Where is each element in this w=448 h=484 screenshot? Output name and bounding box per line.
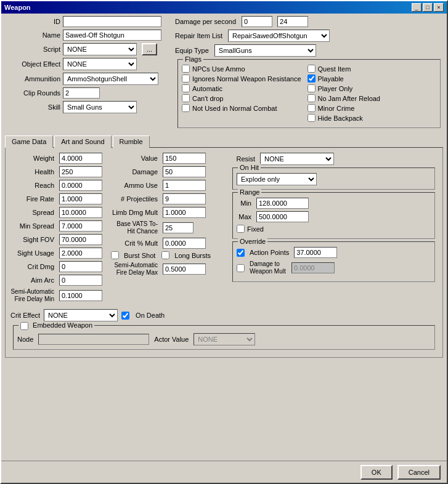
projectiles-label: # Projectiles [111, 195, 160, 203]
minor-crime-row: Minor Crime [307, 104, 381, 112]
ok-button[interactable]: OK [360, 465, 393, 480]
ammo-use-input[interactable] [163, 180, 206, 191]
min-spread-row: Min Spread [10, 220, 106, 232]
cant-drop-row: Can't drop [182, 94, 301, 102]
minimize-button[interactable]: _ [412, 3, 422, 12]
not-normal-combat-checkbox[interactable] [182, 104, 190, 112]
npcs-use-ammo-checkbox[interactable] [182, 65, 190, 73]
min-spread-input[interactable] [59, 220, 102, 232]
not-normal-combat-label: Not Used in Normal Combat [192, 105, 277, 112]
resist-select[interactable]: NONE [260, 153, 334, 165]
quest-item-label: Quest Item [318, 65, 351, 73]
maximize-button[interactable]: □ [423, 3, 433, 12]
action-points-input[interactable] [294, 247, 337, 258]
projectiles-input[interactable] [163, 193, 206, 204]
node-input[interactable] [38, 334, 149, 345]
value-label: Value [111, 155, 160, 162]
on-death-checkbox[interactable] [121, 312, 129, 320]
not-normal-combat-row: Not Used in Normal Combat [182, 104, 301, 112]
clip-rounds-input[interactable] [63, 87, 100, 99]
sight-usage-input[interactable] [59, 248, 102, 259]
embedded-weapon-checkbox[interactable] [20, 322, 28, 330]
object-effect-select[interactable]: NONE [63, 58, 137, 70]
automatic-checkbox[interactable] [182, 84, 190, 92]
crit-pct-row: Crit % Mult [111, 238, 225, 249]
fire-rate-input[interactable] [59, 193, 102, 204]
damage-per-second-input1[interactable] [242, 16, 272, 27]
aim-arc-label: Aim Arc [10, 276, 57, 284]
crit-dmg-input[interactable] [59, 261, 102, 272]
crit-pct-input[interactable] [163, 238, 206, 249]
script-label: Script [5, 46, 60, 53]
skill-row: Skill Small Guns [5, 101, 171, 113]
tab-rumble[interactable]: Rumble [113, 135, 150, 148]
close-button[interactable]: × [434, 3, 444, 12]
value-input[interactable] [163, 153, 206, 164]
ignores-resistance-checkbox[interactable] [182, 75, 190, 83]
tab-art-sound[interactable]: Art and Sound [54, 135, 111, 148]
semi-auto-min-input[interactable] [59, 290, 102, 301]
game-data-main: Weight Health Reach Fire Rate [10, 153, 438, 305]
burst-shot-checkbox[interactable] [111, 251, 119, 259]
override-title: Override [238, 238, 267, 245]
crit-effect-select[interactable]: NONE [44, 309, 118, 321]
equip-type-select[interactable]: SmallGuns [214, 44, 316, 57]
aim-arc-input[interactable] [59, 275, 102, 286]
title-bar: Weapon _ □ × [1, 1, 447, 14]
title-bar-buttons: _ □ × [412, 3, 444, 12]
ignores-resistance-row: Ignores Normal Weapon Resistance [182, 75, 301, 83]
weight-input[interactable] [59, 153, 102, 164]
limb-dmg-input[interactable] [163, 207, 206, 218]
minor-crime-checkbox[interactable] [307, 104, 316, 112]
repair-item-select[interactable]: RepairSawedOffShotgun [228, 30, 330, 42]
id-input[interactable]: WeapShotgunSawedOff [63, 16, 161, 27]
fire-rate-label: Fire Rate [10, 195, 57, 203]
range-min-label: Min [237, 200, 254, 207]
weight-label: Weight [10, 155, 57, 162]
on-hit-select[interactable]: Explode only [237, 173, 317, 185]
health-input[interactable] [59, 166, 102, 177]
skill-select[interactable]: Small Guns [63, 101, 137, 113]
game-col3: Resist NONE On Hit Explode only [230, 153, 438, 305]
sight-fov-input[interactable] [59, 234, 102, 245]
player-only-checkbox[interactable] [307, 84, 316, 92]
name-input[interactable]: Sawed-Off Shotgun [63, 30, 161, 41]
ignores-resistance-label: Ignores Normal Weapon Resistance [192, 75, 301, 83]
automatic-row: Automatic [182, 84, 301, 92]
action-points-checkbox[interactable] [237, 249, 245, 257]
damage-per-second-input2[interactable] [277, 16, 308, 27]
base-vats-input[interactable] [163, 222, 193, 233]
range-max-input[interactable] [256, 211, 309, 222]
semi-auto-max-input[interactable] [163, 264, 206, 275]
damage-per-second-label: Damage per second [175, 18, 236, 25]
script-browse-button[interactable]: ... [142, 43, 157, 55]
skill-label: Skill [5, 103, 60, 111]
ammunition-select[interactable]: AmmoShotgunShell [63, 73, 158, 85]
script-select[interactable]: NONE [63, 43, 137, 55]
fire-rate-row: Fire Rate [10, 193, 106, 204]
tab-game-data[interactable]: Game Data [5, 135, 53, 148]
hide-backpack-checkbox[interactable] [307, 114, 316, 122]
on-hit-title: On Hit [238, 164, 261, 171]
fixed-label: Fixed [247, 225, 264, 233]
no-jam-checkbox[interactable] [307, 94, 316, 102]
fixed-checkbox[interactable] [237, 225, 245, 233]
reach-input[interactable] [59, 180, 102, 191]
damage-per-second-row: Damage per second [175, 16, 443, 27]
npcs-use-ammo-label: NPCs Use Ammo [192, 65, 245, 73]
resist-label: Resist [230, 155, 258, 163]
damage-row: Damage [111, 166, 225, 177]
ammo-use-row: Ammo Use [111, 180, 225, 191]
playable-checkbox[interactable] [307, 75, 316, 83]
main-content: ID WeapShotgunSawedOff Name Sawed-Off Sh… [1, 14, 447, 382]
cant-drop-checkbox[interactable] [182, 94, 190, 102]
playable-label: Playable [318, 75, 344, 83]
damage-weapon-checkbox[interactable] [237, 264, 245, 272]
long-bursts-checkbox[interactable] [161, 251, 169, 259]
damage-input[interactable] [163, 166, 206, 177]
range-min-input[interactable] [256, 198, 309, 209]
cancel-button[interactable]: Cancel [397, 465, 441, 480]
spread-input[interactable] [59, 207, 102, 218]
actor-value-select[interactable]: NONE [193, 333, 255, 345]
quest-item-checkbox[interactable] [307, 65, 316, 73]
